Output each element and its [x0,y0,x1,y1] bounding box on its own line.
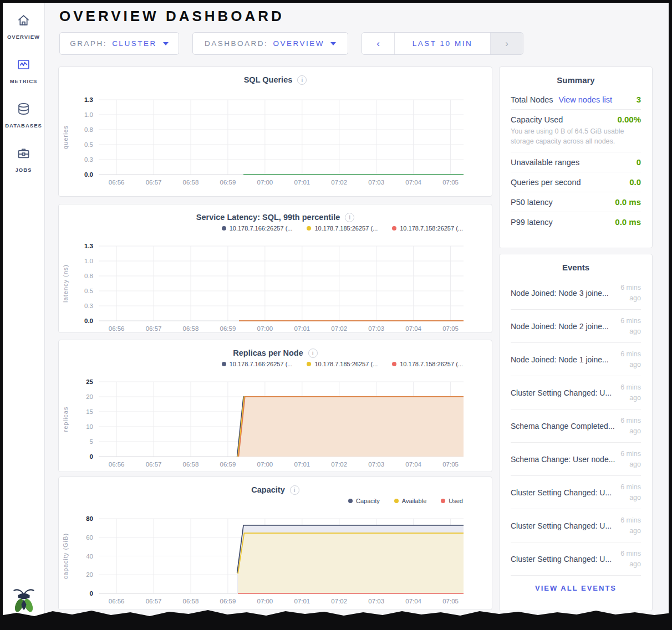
page-title: OVERVIEW DASHBOARD [59,8,284,25]
event-row[interactable]: Schema Change: User node... 6 mins ago [511,443,641,476]
chart-title: Service Latency: SQL, 99th percentile [196,213,340,222]
svg-text:1.3: 1.3 [84,243,93,249]
chart-card-service-latency: Service Latency: SQL, 99th percentile i … [58,204,492,333]
torn-edge-decoration [0,606,672,630]
legend-item: 10.178.7.185:26257 (... [307,361,378,367]
series-dot [222,226,226,231]
series-dot [222,362,226,366]
svg-text:06:56: 06:56 [109,325,125,332]
chart-title: Replicas per Node [233,349,303,357]
chart-card-capacity: Capacity i Capacity Available Used 06:56… [58,477,492,610]
svg-text:0.3: 0.3 [84,303,93,309]
svg-text:replicas: replicas [62,407,69,432]
graph-dropdown-label: GRAPH: [70,39,107,48]
event-row[interactable]: Cluster Setting Changed: U... 6 mins ago [511,476,641,509]
dashboard-dropdown-label: DASHBOARD: [205,39,268,48]
legend-item: 10.178.7.185:26257 (... [307,225,378,232]
svg-text:07:05: 07:05 [442,179,459,186]
info-icon[interactable]: i [297,75,307,85]
capacity-used-value: 0.00% [617,115,641,124]
summary-panel: Summary Total Nodes View nodes list 3 Ca… [499,66,653,248]
svg-text:06:57: 06:57 [146,179,162,186]
svg-text:06:56: 06:56 [109,179,125,186]
sidebar-item-databases[interactable]: DATABASES [3,101,44,129]
svg-text:07:03: 07:03 [368,461,384,468]
svg-text:latency (ns): latency (ns) [62,264,69,303]
event-row[interactable]: Node Joined: Node 2 joine... 6 mins ago [511,310,641,343]
event-row[interactable]: Cluster Setting Changed: U... 6 mins ago [511,376,641,409]
event-time: 6 mins ago [615,382,641,402]
total-nodes-label: Total Nodes [511,95,553,104]
p50-latency-value: 0.0 ms [615,197,641,207]
events-title: Events [511,263,641,272]
svg-text:0: 0 [90,453,93,460]
summary-row-p99: P99 latency 0.0 ms [511,212,641,232]
time-range-selector: ‹ LAST 10 MIN › [362,32,523,55]
chart-legend: 10.178.7.166:26257 (... 10.178.7.185:262… [59,360,492,368]
svg-text:07:02: 07:02 [331,598,347,605]
svg-text:06:58: 06:58 [183,325,199,332]
svg-text:0.3: 0.3 [84,156,93,163]
event-time: 6 mins ago [615,416,641,436]
total-nodes-value: 3 [637,95,641,104]
chart-card-sql-queries: SQL Queries i 06:5606:5706:5806:5907:000… [58,66,492,197]
svg-text:07:03: 07:03 [368,325,384,332]
info-icon[interactable]: i [308,349,318,358]
event-row[interactable]: Cluster Setting Changed: U... 6 mins ago [511,542,641,576]
sidebar-label: DATABASES [5,122,42,129]
event-row[interactable]: Node Joined: Node 1 joine... 6 mins ago [511,343,641,376]
event-row[interactable]: Schema Change Completed... 6 mins ago [511,409,641,443]
summary-row-qps: Queries per second 0.0 [511,172,641,192]
svg-text:07:05: 07:05 [442,325,459,332]
event-text: Schema Change: User node... [511,455,615,464]
events-panel: Events Node Joined: Node 3 joine... 6 mi… [499,254,653,611]
sidebar: OVERVIEW METRICS DATABASES JOBS [3,3,45,630]
view-all-events-link[interactable]: VIEW ALL EVENTS [511,576,641,599]
sidebar-item-jobs[interactable]: JOBS [3,146,44,173]
svg-text:10: 10 [86,423,93,430]
event-text: Cluster Setting Changed: U... [511,555,615,564]
event-row[interactable]: Node Joined: Node 3 joine... 6 mins ago [511,276,641,310]
series-dot [441,499,445,503]
view-nodes-list-link[interactable]: View nodes list [559,95,612,104]
time-prev-button[interactable]: ‹ [362,33,394,54]
event-time: 6 mins ago [615,449,641,469]
event-text: Cluster Setting Changed: U... [511,521,615,530]
summary-title: Summary [511,75,641,85]
event-row[interactable]: Cluster Setting Changed: U... 6 mins ago [511,509,641,542]
svg-text:0.8: 0.8 [84,126,93,133]
event-time: 6 mins ago [615,549,641,568]
svg-text:queries: queries [62,125,69,149]
graph-dropdown[interactable]: GRAPH: CLUSTER [59,32,179,55]
chart-title: SQL Queries [244,75,293,84]
svg-text:07:01: 07:01 [294,325,310,332]
svg-text:1.0: 1.0 [84,111,93,118]
svg-text:06:57: 06:57 [146,325,162,332]
dashboard-dropdown[interactable]: DASHBOARD: OVERVIEW [192,32,348,55]
database-icon [16,101,31,119]
time-range-value[interactable]: LAST 10 MIN [394,33,491,54]
series-dot [348,499,353,503]
legend-item: 10.178.7.158:26257 (... [392,361,463,367]
info-icon[interactable]: i [290,485,299,495]
series-dot [307,362,311,366]
capacity-used-note: You are using 0 B of 64.5 GiB usable sto… [511,127,641,147]
svg-text:25: 25 [86,378,93,385]
sidebar-item-metrics[interactable]: METRICS [3,57,44,84]
app-window: OVERVIEW METRICS DATABASES JOBS [3,3,669,630]
svg-text:06:57: 06:57 [146,461,162,468]
svg-text:07:02: 07:02 [331,179,347,186]
event-time: 6 mins ago [615,349,641,369]
svg-text:06:58: 06:58 [183,598,199,605]
legend-item: 10.178.7.158:26257 (... [392,225,463,232]
sidebar-label: OVERVIEW [7,34,40,40]
jobs-icon [16,146,31,163]
svg-text:07:00: 07:00 [257,325,273,332]
svg-text:07:01: 07:01 [294,461,310,468]
sidebar-item-overview[interactable]: OVERVIEW [3,13,44,40]
unavailable-ranges-label: Unavailable ranges [511,158,579,167]
series-dot [307,226,311,231]
time-next-button[interactable]: › [491,33,523,54]
event-text: Node Joined: Node 3 joine... [511,289,615,298]
info-icon[interactable]: i [345,213,354,222]
